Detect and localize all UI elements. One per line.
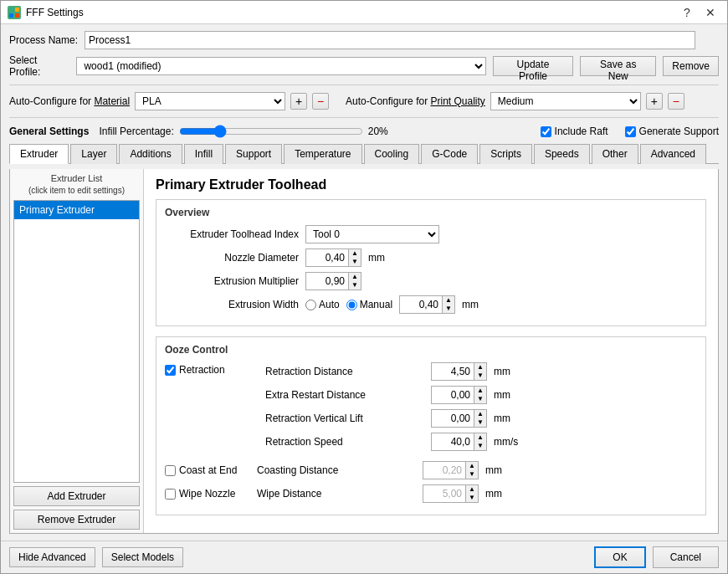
extra-restart-input[interactable]: [432, 387, 474, 403]
extrusion-width-up-btn[interactable]: ▲: [443, 296, 454, 305]
extrusion-width-down-btn[interactable]: ▼: [443, 305, 454, 313]
coasting-distance-btns: ▲ ▼: [465, 462, 478, 479]
right-panel: Primary Extruder Toolhead Overview Extru…: [144, 169, 718, 533]
generate-support-checkbox[interactable]: Generate Support: [625, 126, 719, 137]
save-as-new-button[interactable]: Save as New: [580, 56, 656, 76]
title-bar: FFF Settings ? ✕: [1, 1, 727, 24]
coast-checkbox[interactable]: [165, 465, 176, 476]
extruder-item-primary[interactable]: Primary Extruder: [14, 201, 139, 219]
ooze-checkboxes: Retraction: [165, 362, 257, 456]
vert-lift-down[interactable]: ▼: [474, 418, 486, 427]
vert-lift-unit: mm: [494, 413, 510, 424]
general-settings-label: General Settings: [9, 126, 89, 137]
extrusion-width-unit: mm: [462, 299, 479, 310]
coasting-distance-up[interactable]: ▲: [466, 462, 478, 470]
update-profile-button[interactable]: Update Profile: [493, 56, 573, 76]
tab-gcode[interactable]: G-Code: [421, 144, 478, 164]
toolhead-index-select[interactable]: Tool 0 Tool 1: [305, 225, 439, 243]
extrusion-width-radio-group: Auto Manual: [305, 299, 392, 310]
process-name-input[interactable]: [85, 31, 695, 49]
wipe-distance-down[interactable]: ▼: [466, 494, 478, 502]
extra-restart-unit: mm: [494, 389, 510, 401]
infill-row: Infill Percentage: 20%: [99, 125, 533, 138]
tab-extruder[interactable]: Extruder: [9, 144, 69, 164]
extrusion-width-auto-radio[interactable]: Auto: [305, 299, 340, 310]
material-select[interactable]: PLA: [135, 92, 285, 110]
cancel-button[interactable]: Cancel: [653, 546, 719, 568]
vert-lift-up[interactable]: ▲: [474, 410, 486, 418]
autoconf-material-group: Auto-Configure for Material PLA + −: [9, 92, 329, 110]
tab-layer[interactable]: Layer: [70, 144, 117, 164]
remove-quality-button[interactable]: −: [668, 93, 684, 110]
wipe-row: Wipe Nozzle Wipe Distance ▲ ▼ mm: [165, 484, 697, 503]
wipe-checkbox[interactable]: [165, 489, 176, 500]
retraction-distance-unit: mm: [494, 366, 510, 377]
extruder-list-header: Extruder List (click item to edit settin…: [13, 172, 140, 197]
select-profile-label: Select Profile:: [9, 54, 69, 78]
vert-lift-input[interactable]: [432, 410, 474, 427]
add-extruder-button[interactable]: Add Extruder: [13, 486, 140, 506]
tab-speeds[interactable]: Speeds: [534, 144, 590, 164]
tab-scripts[interactable]: Scripts: [479, 144, 532, 164]
help-button[interactable]: ?: [677, 4, 697, 21]
nozzle-spinbox-btns: ▲ ▼: [348, 249, 361, 266]
coast-checkbox-label[interactable]: Coast at End: [165, 464, 249, 476]
extrusion-mult-up-btn[interactable]: ▲: [349, 273, 361, 281]
profile-select[interactable]: wood1 (modified): [76, 57, 485, 75]
content-area: Process Name: Select Profile: wood1 (mod…: [1, 24, 727, 541]
quality-select[interactable]: Medium: [490, 92, 641, 110]
tab-additions[interactable]: Additions: [119, 144, 182, 164]
extra-restart-spinbox: ▲ ▼: [431, 386, 487, 404]
toolhead-index-label: Extruder Toolhead Index: [165, 228, 299, 240]
extra-restart-down[interactable]: ▼: [474, 395, 486, 403]
process-name-label: Process Name:: [9, 34, 78, 46]
tab-support[interactable]: Support: [225, 144, 282, 164]
add-material-button[interactable]: +: [290, 93, 307, 110]
vert-lift-label: Retraction Vertical Lift: [265, 413, 424, 424]
main-window: FFF Settings ? ✕ Process Name: Select Pr…: [0, 0, 728, 574]
extrusion-mult-down-btn[interactable]: ▼: [349, 281, 361, 290]
tab-temperature[interactable]: Temperature: [284, 144, 361, 164]
wipe-distance-input[interactable]: [423, 485, 465, 502]
remove-extruder-button[interactable]: Remove Extruder: [13, 510, 140, 530]
retraction-speed-up[interactable]: ▲: [474, 433, 486, 442]
coasting-distance-label: Coasting Distance: [257, 464, 416, 476]
nozzle-diameter-input[interactable]: [306, 249, 348, 266]
extrusion-mult-input[interactable]: [306, 273, 348, 290]
footer: Hide Advanced Select Models OK Cancel: [1, 541, 727, 573]
nozzle-down-btn[interactable]: ▼: [349, 258, 361, 266]
remove-button[interactable]: Remove: [663, 56, 719, 76]
divider-2: [9, 117, 719, 118]
hide-advanced-button[interactable]: Hide Advanced: [9, 547, 95, 567]
extrusion-width-input[interactable]: [400, 296, 442, 313]
extrusion-width-btns: ▲ ▼: [442, 296, 454, 313]
tab-advanced[interactable]: Advanced: [640, 144, 706, 164]
add-quality-button[interactable]: +: [646, 93, 663, 110]
retraction-distance-spinbox: ▲ ▼: [431, 362, 487, 381]
nozzle-up-btn[interactable]: ▲: [349, 249, 361, 258]
coasting-distance-down[interactable]: ▼: [466, 470, 478, 479]
wipe-checkbox-label[interactable]: Wipe Nozzle: [165, 488, 249, 500]
tab-cooling[interactable]: Cooling: [364, 144, 420, 164]
coasting-distance-input[interactable]: [423, 462, 465, 479]
include-raft-checkbox[interactable]: Include Raft: [541, 126, 608, 137]
infill-slider[interactable]: [179, 125, 363, 138]
retraction-distance-input[interactable]: [432, 363, 474, 380]
extra-restart-up[interactable]: ▲: [474, 387, 486, 395]
retraction-speed-down[interactable]: ▼: [474, 442, 486, 450]
extrusion-mult-row: Extrusion Multiplier ▲ ▼: [165, 272, 697, 290]
extruder-list-box[interactable]: Primary Extruder: [13, 200, 140, 483]
retraction-distance-down[interactable]: ▼: [474, 372, 486, 380]
ok-button[interactable]: OK: [594, 546, 645, 568]
extrusion-width-manual-radio[interactable]: Manual: [346, 299, 392, 310]
select-models-button[interactable]: Select Models: [102, 547, 183, 567]
close-button[interactable]: ✕: [700, 4, 720, 21]
tab-infill[interactable]: Infill: [184, 144, 223, 164]
retraction-distance-up[interactable]: ▲: [474, 363, 486, 372]
tab-other[interactable]: Other: [592, 144, 638, 164]
process-name-row: Process Name:: [9, 31, 719, 49]
remove-material-button[interactable]: −: [312, 93, 329, 110]
retraction-speed-input[interactable]: [432, 433, 474, 450]
wipe-distance-up[interactable]: ▲: [466, 485, 478, 494]
retraction-checkbox[interactable]: Retraction: [165, 364, 257, 376]
